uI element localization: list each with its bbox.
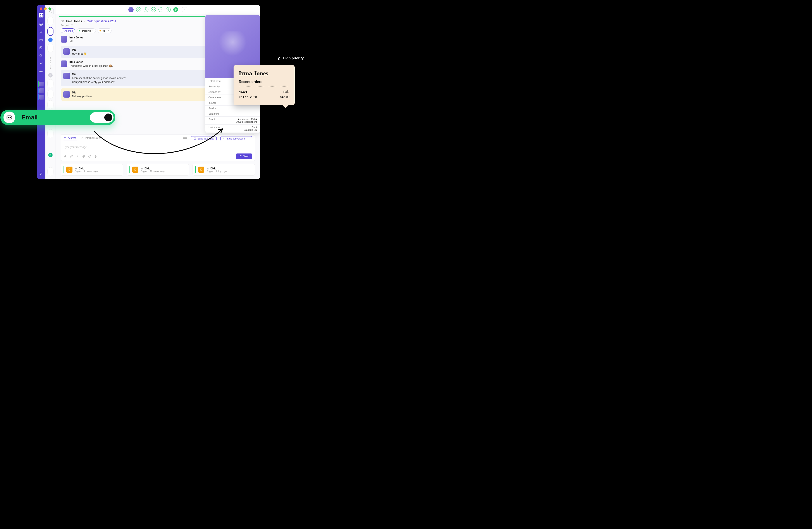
search-icon[interactable] bbox=[39, 54, 43, 58]
message-avatar bbox=[63, 73, 70, 79]
svg-point-7 bbox=[41, 71, 42, 72]
email-toggle[interactable] bbox=[90, 112, 114, 123]
inbox-icon[interactable] bbox=[39, 38, 43, 42]
panel-row: Sent from bbox=[205, 111, 260, 117]
timeline-date: FEB 18, 2019 bbox=[49, 57, 52, 69]
people-icon[interactable] bbox=[39, 30, 43, 34]
phone-badge-icon[interactable] bbox=[48, 38, 53, 42]
link-icon[interactable] bbox=[70, 155, 73, 158]
svg-rect-24 bbox=[7, 116, 12, 119]
email-icon[interactable] bbox=[151, 7, 156, 12]
timeline-item-active[interactable] bbox=[47, 27, 54, 36]
timeline-item[interactable] bbox=[47, 79, 54, 88]
phone-icon[interactable] bbox=[144, 7, 148, 12]
svg-point-6 bbox=[40, 54, 42, 56]
contacts-icon[interactable] bbox=[39, 46, 43, 50]
ticket-card[interactable]: D DHLSupport10 minutes ago bbox=[127, 164, 189, 175]
panel-row: Service bbox=[205, 106, 260, 111]
info-small-icon[interactable] bbox=[71, 24, 73, 27]
composer-menu-icon[interactable] bbox=[183, 137, 187, 140]
answer-tab[interactable]: Answer bbox=[63, 136, 77, 141]
maximize-window[interactable] bbox=[48, 8, 51, 10]
font-icon[interactable]: A bbox=[63, 155, 67, 158]
app-logo[interactable] bbox=[39, 13, 43, 17]
template-icon[interactable] bbox=[76, 155, 79, 158]
window-controls bbox=[40, 8, 51, 10]
ticket-card[interactable]: D DHLSupport2 days ago bbox=[192, 164, 255, 175]
send-button[interactable]: Send bbox=[236, 154, 252, 159]
info-icon[interactable] bbox=[136, 7, 141, 12]
internal-note-tab[interactable]: Internal Note bbox=[81, 137, 100, 141]
svg-point-9 bbox=[41, 173, 42, 174]
timeline-item[interactable] bbox=[47, 90, 54, 99]
message-input[interactable]: Type your message... bbox=[61, 143, 255, 152]
tag-shipping[interactable]: shipping✕ bbox=[77, 28, 96, 33]
send-transcript-button[interactable]: Send transcript bbox=[191, 136, 217, 141]
remove-tag-icon[interactable]: ✕ bbox=[92, 29, 94, 32]
agent-avatar-2[interactable] bbox=[39, 88, 44, 93]
dashboard-icon[interactable] bbox=[39, 22, 43, 26]
customer-name: Irma Jones bbox=[66, 19, 82, 23]
globe-icon[interactable] bbox=[173, 7, 178, 12]
popup-section-title: Recent orders bbox=[239, 80, 289, 84]
popup-customer-name: Irma Jones bbox=[239, 70, 289, 77]
mail-icon bbox=[61, 19, 64, 23]
svg-point-8 bbox=[40, 173, 41, 174]
topbar bbox=[56, 5, 260, 14]
message-avatar bbox=[61, 60, 67, 67]
remove-tag-icon[interactable]: ✕ bbox=[107, 29, 110, 32]
svg-point-10 bbox=[49, 11, 51, 12]
mail-small-icon bbox=[206, 167, 209, 170]
ticket-card[interactable]: D DHLSupport2 minutes ago bbox=[61, 164, 123, 175]
analytics-icon[interactable] bbox=[39, 61, 43, 66]
email-circle-icon bbox=[3, 112, 15, 123]
customer-popup: Irma Jones Recent orders #2301Paid 16 Fe… bbox=[234, 65, 295, 105]
timeline-item[interactable] bbox=[47, 100, 54, 109]
timeline-item[interactable] bbox=[47, 129, 54, 138]
automation-icon[interactable] bbox=[94, 155, 98, 158]
attachment-icon[interactable] bbox=[82, 155, 85, 158]
svg-rect-19 bbox=[194, 138, 195, 140]
order-amount: $45.00 bbox=[280, 95, 289, 99]
svg-rect-12 bbox=[153, 9, 155, 10]
svg-rect-23 bbox=[207, 168, 209, 169]
email-label: Email bbox=[21, 114, 90, 121]
timeline-item[interactable] bbox=[47, 44, 54, 53]
svg-rect-22 bbox=[141, 168, 143, 169]
timeline-item[interactable] bbox=[47, 17, 54, 25]
timeline-item[interactable] bbox=[47, 167, 54, 176]
order-status: Paid bbox=[283, 90, 289, 94]
add-tag-button[interactable]: +Add tag bbox=[61, 28, 75, 33]
minimize-window[interactable] bbox=[44, 8, 47, 10]
settings-icon[interactable] bbox=[39, 69, 43, 73]
tag-vip[interactable]: VIP✕ bbox=[98, 28, 112, 33]
panel-row: Sent toÅboulevard 110 A 1960 Frederiksbe… bbox=[205, 117, 260, 125]
help-icon[interactable] bbox=[166, 7, 171, 12]
svg-point-1 bbox=[40, 31, 41, 32]
related-tickets: D DHLSupport2 minutes ago D DHLSupport10… bbox=[56, 164, 260, 179]
sidebar-nav bbox=[37, 5, 45, 179]
emoji-icon[interactable] bbox=[88, 155, 91, 158]
email-channel-pill: Email bbox=[0, 110, 115, 125]
chat-badge-icon[interactable] bbox=[48, 73, 53, 77]
close-window[interactable] bbox=[40, 8, 42, 10]
topbar-dropdown[interactable] bbox=[182, 7, 187, 12]
teams-icon[interactable] bbox=[39, 172, 43, 176]
ticket-subject[interactable]: Order question #1231 bbox=[87, 19, 116, 23]
svg-point-5 bbox=[41, 47, 41, 48]
chat-icon[interactable] bbox=[158, 7, 163, 12]
agent-avatar-3[interactable] bbox=[39, 95, 44, 100]
composer: Answer Internal Note Send transcript Sid… bbox=[61, 134, 255, 161]
order-date: 16 Feb, 2020 bbox=[239, 95, 257, 99]
divider bbox=[239, 86, 289, 87]
customer-avatar-small[interactable] bbox=[128, 7, 134, 12]
mail-small-icon bbox=[141, 167, 143, 170]
message-avatar bbox=[61, 36, 67, 43]
message-badge-icon[interactable] bbox=[48, 153, 53, 157]
side-conversation-button[interactable]: Side conversation bbox=[220, 136, 252, 141]
agent-avatar-1[interactable] bbox=[39, 82, 44, 86]
svg-point-20 bbox=[89, 155, 91, 158]
message-avatar bbox=[63, 91, 70, 98]
svg-rect-15 bbox=[61, 20, 64, 22]
conversation-timeline: FEB 18, 2019 MAR 4, 2019 bbox=[45, 5, 56, 179]
